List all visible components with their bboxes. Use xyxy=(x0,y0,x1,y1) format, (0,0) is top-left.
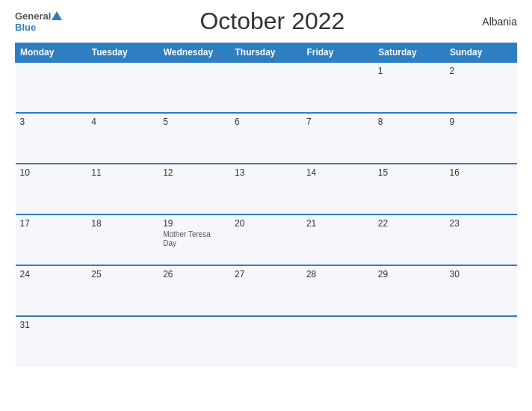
weekday-header-row: MondayTuesdayWednesdayThursdayFridaySatu… xyxy=(16,43,517,63)
calendar-cell: 9 xyxy=(445,113,517,164)
weekday-thursday: Thursday xyxy=(230,43,302,63)
calendar-week-row: 12 xyxy=(16,62,517,113)
calendar-cell: 17 xyxy=(16,214,87,265)
weekday-sunday: Sunday xyxy=(445,43,517,63)
day-number: 21 xyxy=(306,218,369,229)
day-number: 1 xyxy=(378,66,441,76)
calendar-cell xyxy=(302,62,374,113)
day-number: 24 xyxy=(20,269,83,279)
day-number: 28 xyxy=(306,269,369,279)
day-number: 19 xyxy=(163,218,226,229)
calendar-cell: 10 xyxy=(16,164,87,214)
calendar-cell: 28 xyxy=(302,265,374,316)
calendar-cell: 31 xyxy=(16,316,87,367)
day-number: 3 xyxy=(20,117,83,127)
calendar-cell xyxy=(230,62,302,113)
calendar-cell: 30 xyxy=(445,265,517,316)
calendar-cell xyxy=(158,62,230,113)
country-label: Albania xyxy=(482,16,517,28)
calendar-cell: 13 xyxy=(230,164,302,214)
calendar-cell: 19Mother Teresa Day xyxy=(158,214,230,265)
day-number: 4 xyxy=(91,117,154,127)
logo-triangle-icon xyxy=(52,11,62,20)
calendar-cell: 1 xyxy=(374,62,445,113)
weekday-monday: Monday xyxy=(16,43,87,63)
calendar-cell xyxy=(302,316,374,367)
day-number: 15 xyxy=(378,167,441,178)
day-number: 23 xyxy=(450,218,513,229)
day-number: 2 xyxy=(450,66,513,76)
day-number: 25 xyxy=(91,269,154,279)
calendar-cell: 26 xyxy=(158,265,230,316)
calendar-cell xyxy=(16,62,87,113)
calendar-cell: 11 xyxy=(87,164,158,214)
calendar-cell: 14 xyxy=(302,164,374,214)
calendar-cell xyxy=(374,316,445,367)
logo-blue-text: Blue xyxy=(15,22,36,33)
calendar-body: 12345678910111213141516171819Mother Tere… xyxy=(16,62,517,367)
calendar-title: October 2022 xyxy=(200,7,344,35)
day-number: 31 xyxy=(20,320,83,330)
calendar-header: MondayTuesdayWednesdayThursdayFridaySatu… xyxy=(16,43,517,63)
day-number: 26 xyxy=(163,269,226,279)
calendar-cell: 3 xyxy=(16,113,87,164)
calendar-cell: 8 xyxy=(374,113,445,164)
day-number: 17 xyxy=(20,218,83,229)
weekday-saturday: Saturday xyxy=(374,43,445,63)
calendar-cell xyxy=(230,316,302,367)
day-number: 13 xyxy=(235,167,297,178)
calendar-cell: 23 xyxy=(445,214,517,265)
weekday-wednesday: Wednesday xyxy=(158,43,230,63)
day-number: 6 xyxy=(235,117,297,127)
day-number: 30 xyxy=(450,269,513,279)
calendar-cell xyxy=(445,316,517,367)
day-number: 10 xyxy=(20,167,83,178)
calendar-cell: 22 xyxy=(374,214,445,265)
calendar-week-row: 10111213141516 xyxy=(16,164,517,214)
calendar-cell: 16 xyxy=(445,164,517,214)
weekday-friday: Friday xyxy=(302,43,374,63)
day-number: 11 xyxy=(91,167,154,178)
calendar-week-row: 171819Mother Teresa Day20212223 xyxy=(16,214,517,265)
calendar-cell xyxy=(87,62,158,113)
day-number: 18 xyxy=(91,218,154,229)
day-number: 5 xyxy=(163,117,226,127)
calendar-cell: 6 xyxy=(230,113,302,164)
holiday-label: Mother Teresa Day xyxy=(163,230,226,248)
day-number: 9 xyxy=(450,117,513,127)
calendar-week-row: 31 xyxy=(16,316,517,367)
day-number: 22 xyxy=(378,218,441,229)
calendar-cell: 24 xyxy=(16,265,87,316)
calendar-cell: 20 xyxy=(230,214,302,265)
calendar-week-row: 3456789 xyxy=(16,113,517,164)
day-number: 7 xyxy=(306,117,369,127)
calendar-cell: 2 xyxy=(445,62,517,113)
calendar-table: MondayTuesdayWednesdayThursdayFridaySatu… xyxy=(15,43,517,367)
calendar-cell: 27 xyxy=(230,265,302,316)
day-number: 12 xyxy=(163,167,226,178)
logo-general-text: General xyxy=(15,10,51,22)
calendar-cell: 5 xyxy=(158,113,230,164)
calendar-cell: 25 xyxy=(87,265,158,316)
day-number: 20 xyxy=(235,218,297,229)
day-number: 27 xyxy=(235,269,297,279)
page-header: General Blue October 2022 Albania xyxy=(15,7,517,35)
calendar-cell: 21 xyxy=(302,214,374,265)
calendar-cell: 4 xyxy=(87,113,158,164)
weekday-tuesday: Tuesday xyxy=(87,43,158,63)
calendar-cell: 18 xyxy=(87,214,158,265)
calendar-cell: 29 xyxy=(374,265,445,316)
day-number: 29 xyxy=(378,269,441,279)
calendar-cell xyxy=(87,316,158,367)
day-number: 14 xyxy=(306,167,369,178)
calendar-week-row: 24252627282930 xyxy=(16,265,517,316)
calendar-cell: 12 xyxy=(158,164,230,214)
day-number: 16 xyxy=(450,167,513,178)
calendar-cell: 15 xyxy=(374,164,445,214)
logo: General Blue xyxy=(15,10,62,33)
day-number: 8 xyxy=(378,117,441,127)
calendar-cell xyxy=(158,316,230,367)
calendar-cell: 7 xyxy=(302,113,374,164)
